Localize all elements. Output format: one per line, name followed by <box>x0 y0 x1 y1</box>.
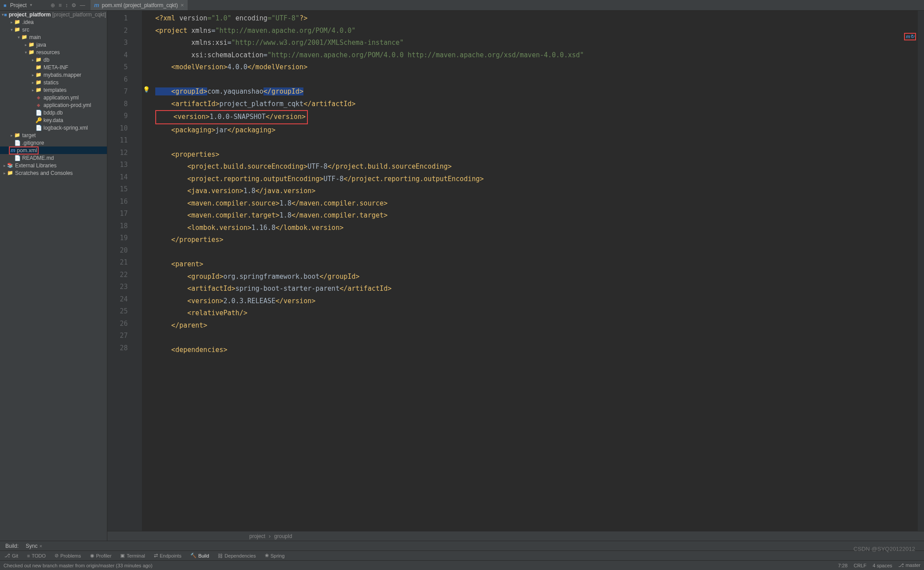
tree-db[interactable]: ▸📁db <box>0 56 107 63</box>
build-tool[interactable]: 🔨 Build <box>186 553 213 558</box>
tree-metainf[interactable]: 📁META-INF <box>0 63 107 71</box>
deps-tool[interactable]: ⛓ Dependencies <box>213 553 260 558</box>
code-content[interactable]: <?xml version="1.0" encoding="UTF-8"?> <… <box>151 11 904 531</box>
tree-keydata[interactable]: 🔑key.data <box>0 116 107 124</box>
maven-icon: m <box>94 2 99 8</box>
project-tool-icon[interactable]: ■ <box>4 3 7 8</box>
close-icon[interactable]: × <box>39 543 42 549</box>
bottom-tab-bar: Build: Sync × <box>0 541 924 550</box>
breadcrumb-item[interactable]: project <box>249 533 265 539</box>
tree-resources[interactable]: ▾📁resources <box>0 48 107 56</box>
profiler-tool[interactable]: ◉ Profiler <box>86 553 116 558</box>
project-tree[interactable]: ▾■project_platform [project_platform_cqk… <box>0 11 107 541</box>
tree-main[interactable]: ▾📁main <box>0 33 107 41</box>
close-icon[interactable]: × <box>181 2 184 8</box>
git-branch[interactable]: ⎇ master <box>898 562 920 568</box>
watermark-text: CSDN @SYQ20122012 <box>853 546 915 552</box>
tree-statics[interactable]: ▸📁statics <box>0 79 107 86</box>
caret-position[interactable]: 7:28 <box>838 563 847 568</box>
tree-java[interactable]: ▸📁java <box>0 41 107 48</box>
title-bar: ■ Project ▼ ⊕ ≡ ↕ ⚙ — m pom.xml (project… <box>0 0 924 11</box>
git-tool[interactable]: ⎇ Git <box>0 553 23 558</box>
tree-src[interactable]: ▾📁src <box>0 26 107 33</box>
indent-info[interactable]: 4 spaces <box>873 563 892 568</box>
editor-tab[interactable]: m pom.xml (project_platform_cqkt) × <box>90 0 188 10</box>
target-icon[interactable]: ⊕ <box>51 2 55 8</box>
todo-tool[interactable]: ≡ TODO <box>23 553 50 558</box>
right-margin: m↻ <box>904 11 918 531</box>
tree-idea[interactable]: ▸📁.idea <box>0 18 107 26</box>
tree-mybatis[interactable]: ▸📁mybatis.mapper <box>0 71 107 79</box>
tree-root[interactable]: ▾■project_platform [project_platform_cqk… <box>0 11 107 18</box>
line-gutter[interactable]: 1234567891011121314151617181920212223242… <box>107 11 134 531</box>
spring-tool[interactable]: ❀ Spring <box>260 553 289 558</box>
sync-tab[interactable]: Sync × <box>22 542 46 550</box>
endpoints-tool[interactable]: ⇄ Endpoints <box>149 553 186 558</box>
tree-pomxml[interactable]: m pom.xml <box>0 146 107 154</box>
breadcrumb-item[interactable]: groupId <box>274 533 292 539</box>
tree-external-libs[interactable]: ▸📚External Libraries <box>0 162 107 169</box>
vcs-status[interactable]: Checked out new branch master from origi… <box>4 563 153 568</box>
error-stripe[interactable] <box>918 11 924 531</box>
tree-scratches[interactable]: ▸📁Scratches and Consoles <box>0 169 107 177</box>
terminal-tool[interactable]: ▣ Terminal <box>116 553 149 558</box>
toolbar-icons: ⊕ ≡ ↕ ⚙ — <box>51 2 85 8</box>
tree-readme[interactable]: 📄README.md <box>0 154 107 162</box>
status-bar: Checked out new branch master from origi… <box>0 560 924 570</box>
inspection-column: 💡 <box>142 11 151 531</box>
tree-target[interactable]: ▸📁target <box>0 131 107 139</box>
fold-column[interactable] <box>134 11 142 531</box>
bulb-icon[interactable]: 💡 <box>143 86 150 93</box>
minimize-icon[interactable]: — <box>80 2 85 8</box>
gear-icon[interactable]: ⚙ <box>71 2 76 8</box>
problems-tool[interactable]: ⊘ Problems <box>50 553 85 558</box>
filter-icon[interactable]: ≡ <box>59 2 62 8</box>
breadcrumb-bar: project› groupId <box>107 531 924 541</box>
tool-window-bar: ⎇ Git ≡ TODO ⊘ Problems ◉ Profiler ▣ Ter… <box>0 550 924 560</box>
tree-appprod[interactable]: ◆application-prod.yml <box>0 101 107 109</box>
tree-appyml[interactable]: ◆application.yml <box>0 94 107 101</box>
tree-logback[interactable]: 📄logback-spring.xml <box>0 124 107 131</box>
tree-bddp[interactable]: 📄bddp.db <box>0 109 107 116</box>
tree-gitignore[interactable]: 📄.gitignore <box>0 139 107 146</box>
project-tool-label[interactable]: Project <box>10 2 27 8</box>
tab-title: pom.xml (project_platform_cqkt) <box>102 2 178 8</box>
sort-icon[interactable]: ↕ <box>65 2 68 8</box>
editor-area: 1234567891011121314151617181920212223242… <box>107 11 924 541</box>
chevron-down-icon[interactable]: ▼ <box>29 3 33 7</box>
tree-templates[interactable]: ▸📁templates <box>0 86 107 94</box>
maven-reload-icon[interactable]: m↻ <box>904 33 916 40</box>
line-sep[interactable]: CRLF <box>854 563 867 568</box>
build-tab[interactable]: Build: <box>2 542 22 550</box>
